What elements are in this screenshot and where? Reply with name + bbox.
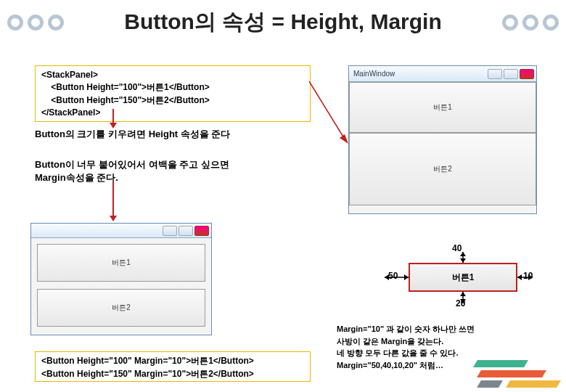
code-block-2: <Button Height="100" Margin="10">버튼1</Bu… bbox=[35, 351, 311, 382]
code-line: <StackPanel> bbox=[41, 69, 304, 81]
code-line: <Button Height="100">버튼1</Button> bbox=[41, 81, 304, 94]
close-icon bbox=[520, 69, 534, 79]
arrow-down-icon bbox=[109, 181, 118, 221]
arrow-down-icon bbox=[109, 109, 118, 128]
code-line: <Button Height="150">버튼2</Button> bbox=[41, 94, 304, 107]
svg-marker-14 bbox=[460, 299, 466, 303]
window-title: MainWindow bbox=[353, 70, 395, 78]
margin-diagram-button: 버튼1 bbox=[409, 263, 517, 292]
code-block-1: <StackPanel> <Button Height="100">버튼1</B… bbox=[35, 65, 311, 122]
mock-button-1: 버튼1 bbox=[349, 82, 536, 133]
code-line: <Button Height="150" Margin="10">버튼2</Bu… bbox=[41, 367, 304, 380]
svg-marker-10 bbox=[517, 274, 522, 280]
maximize-icon bbox=[504, 69, 518, 79]
page-title: Button의 속성 = Height, Margin bbox=[0, 7, 566, 37]
svg-marker-5 bbox=[340, 134, 348, 144]
svg-marker-11 bbox=[528, 274, 533, 280]
code-line: </StackPanel> bbox=[41, 107, 304, 119]
svg-marker-3 bbox=[110, 216, 117, 221]
titlebar bbox=[31, 224, 211, 238]
svg-line-4 bbox=[309, 81, 344, 138]
explain-height: Button의 크기를 키우려면 Height 속성을 준다 bbox=[35, 128, 230, 141]
window-buttons bbox=[163, 226, 209, 236]
mock-window-height: MainWindow 버튼1 버튼2 bbox=[348, 65, 537, 214]
code-line: <Button Height="100" Margin="10">버튼1</Bu… bbox=[41, 354, 304, 367]
svg-marker-16 bbox=[385, 274, 389, 280]
svg-marker-7 bbox=[460, 252, 466, 256]
minimize-icon bbox=[488, 69, 502, 79]
mock-window-margin: 버튼1 버튼2 bbox=[30, 223, 212, 335]
window-buttons bbox=[488, 69, 534, 79]
decor-stripes bbox=[464, 356, 566, 392]
svg-marker-13 bbox=[460, 292, 466, 296]
close-icon bbox=[194, 226, 209, 236]
explain-margin: Button이 너무 붙어있어서 여백을 주고 싶으면 Margin속성을 준다… bbox=[35, 158, 229, 184]
mock-body: 버튼1 버튼2 bbox=[31, 238, 211, 332]
mock-button-1: 버튼1 bbox=[37, 244, 205, 282]
minimize-icon bbox=[163, 226, 177, 236]
svg-marker-1 bbox=[110, 123, 117, 128]
maximize-icon bbox=[179, 226, 193, 236]
mock-button-2: 버튼2 bbox=[37, 289, 205, 327]
titlebar: MainWindow bbox=[349, 66, 536, 82]
mock-button-2: 버튼2 bbox=[349, 133, 536, 205]
explain-margin-values: Margin="10" 과 같이 숫자 하나만 쓰면 사방이 같은 Margin… bbox=[337, 323, 475, 371]
mock-body: 버튼1 버튼2 bbox=[349, 82, 536, 205]
arrow-right-icon bbox=[309, 78, 353, 144]
